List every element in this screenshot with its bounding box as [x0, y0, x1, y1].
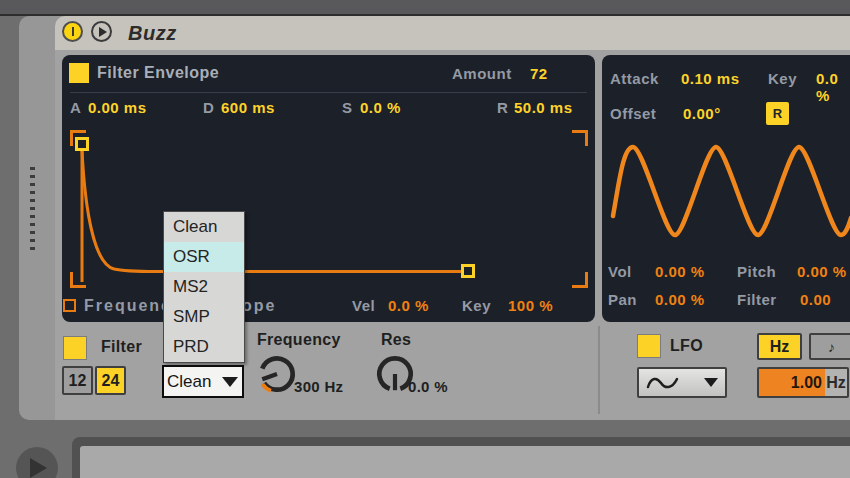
decay-label: D [203, 99, 214, 116]
device-preview-icon[interactable] [91, 21, 112, 42]
lfo-rate-field[interactable]: 1.00 Hz [757, 367, 849, 398]
lfo-offset-value[interactable]: 0.00° [683, 105, 721, 122]
bottom-bar[interactable] [80, 446, 850, 478]
sustain-label: S [342, 99, 353, 116]
lfo-rate-unit: Hz [825, 369, 847, 396]
key-scale-label: Key [462, 297, 491, 314]
lfo-vol-label: Vol [608, 263, 632, 280]
lfo-filter-label: Filter [737, 291, 777, 308]
lfo-sync-mode-button[interactable]: ♪ [809, 333, 850, 360]
lfo-filter-value[interactable]: 0.00 [800, 291, 831, 308]
lfo-rate-value: 1.00 [759, 369, 825, 396]
top-strip [0, 0, 850, 16]
vel-value[interactable]: 0.0 % [388, 297, 429, 314]
res-knob-label: Res [381, 331, 411, 349]
amount-label: Amount [452, 65, 512, 82]
preview-play-button[interactable] [16, 447, 58, 478]
device-drag-handle[interactable] [30, 167, 35, 251]
filter-type-value: Clean [167, 372, 211, 392]
sustain-value[interactable]: 0.0 % [360, 99, 401, 116]
filter-envelope-title: Filter Envelope [97, 64, 219, 82]
res-value[interactable]: 0.0 % [408, 378, 448, 395]
menu-item-ms2[interactable]: MS2 [164, 272, 244, 302]
menu-item-osr[interactable]: OSR [164, 242, 244, 272]
lfo-attack-value[interactable]: 0.10 ms [681, 70, 740, 87]
release-label: R [497, 99, 508, 116]
chevron-down-icon [704, 378, 718, 387]
lfo-retrigger-button[interactable]: R [766, 102, 789, 125]
menu-item-smp[interactable]: SMP [164, 302, 244, 332]
release-value[interactable]: 50.0 ms [514, 99, 573, 116]
panel-separator [70, 92, 587, 93]
sine-wave-icon [646, 374, 680, 392]
lfo-pan-value[interactable]: 0.00 % [655, 291, 705, 308]
filter-slope-24-button[interactable]: 24 [95, 366, 126, 395]
lfo-pitch-label: Pitch [737, 263, 776, 280]
frequency-value[interactable]: 300 Hz [294, 378, 343, 395]
device-activator-icon[interactable] [62, 21, 83, 42]
attack-label: A [70, 99, 81, 116]
attack-value[interactable]: 0.00 ms [88, 99, 147, 116]
note-icon: ♪ [828, 339, 835, 355]
decay-value[interactable]: 600 ms [221, 99, 275, 116]
filter-envelope-toggle[interactable] [69, 63, 89, 83]
lfo-pan-label: Pan [608, 291, 637, 308]
menu-item-prd[interactable]: PRD [164, 332, 244, 362]
lfo-toggle[interactable] [637, 334, 661, 358]
frequency-knob-label: Frequency [257, 331, 341, 349]
filter-type-select[interactable]: Clean [162, 365, 244, 398]
key-scale-value[interactable]: 100 % [508, 297, 553, 314]
amount-value[interactable]: 72 [530, 65, 548, 82]
section-separator [598, 326, 600, 414]
chevron-down-icon [222, 377, 238, 387]
lfo-sine-wave [608, 138, 850, 242]
envelope-curve [62, 125, 595, 295]
lfo-label: LFO [670, 337, 703, 355]
envelope-sustain-handle[interactable] [461, 264, 475, 278]
filter-slope-12-button[interactable]: 12 [62, 366, 93, 395]
frequency-envelope-toggle[interactable] [63, 299, 76, 312]
lfo-vol-value[interactable]: 0.00 % [655, 263, 705, 280]
vel-label: Vel [352, 297, 375, 314]
filter-label: Filter [101, 338, 142, 356]
lfo-key-label: Key [768, 70, 797, 87]
lfo-waveform-select[interactable] [637, 367, 727, 398]
lfo-attack-label: Attack [610, 70, 659, 87]
lfo-offset-label: Offset [610, 105, 656, 122]
lfo-pitch-value[interactable]: 0.00 % [797, 263, 847, 280]
envelope-peak-handle[interactable] [75, 137, 89, 151]
filter-toggle[interactable] [63, 336, 87, 360]
lfo-hz-mode-button[interactable]: Hz [757, 333, 802, 360]
device-title: Buzz [128, 22, 177, 45]
lfo-key-value[interactable]: 0.0 % [816, 70, 850, 104]
menu-item-clean[interactable]: Clean [164, 212, 244, 242]
filter-type-menu: Clean OSR MS2 SMP PRD [163, 211, 245, 363]
